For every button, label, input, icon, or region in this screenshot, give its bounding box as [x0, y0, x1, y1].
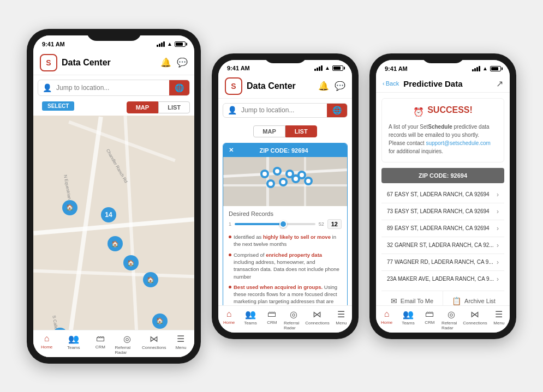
- slider-thumb[interactable]: [279, 220, 287, 228]
- records-section: Desired Records 1 52 12: [223, 206, 347, 233]
- chevron-right-icon: ›: [497, 191, 499, 198]
- mini-pin: [279, 178, 288, 186]
- map-1[interactable]: N Equestrian Dr Chandler Ranch Rd S Call…: [33, 116, 194, 357]
- globe-btn-1[interactable]: 🌐: [169, 80, 189, 95]
- nav-teams-3[interactable]: 👥 Teams: [397, 306, 419, 333]
- nav-home-2[interactable]: ⌂ Home: [218, 306, 240, 333]
- nav-label: Referral Radar: [284, 321, 303, 330]
- connections-icon-2: ⋈: [313, 309, 321, 319]
- address-text: 73 EASY ST, LADERA RANCH, CA 92694: [387, 208, 490, 214]
- search-icon-2: 👤: [223, 103, 241, 118]
- address-item[interactable]: 23A MAKER AVE, LADERA RANCH, CA 9... ›: [381, 271, 504, 287]
- globe-btn-2[interactable]: 🌐: [327, 103, 347, 118]
- select-button[interactable]: SELECT: [42, 101, 74, 111]
- nav-teams-1[interactable]: 👥 Teams: [60, 330, 87, 357]
- map-pin[interactable]: 🏠: [123, 255, 139, 270]
- app-header-2: S Data Center 🔔 💬: [218, 74, 352, 99]
- header-icons-1: 🔔 💬: [160, 57, 188, 68]
- chevron-right-icon: ›: [497, 275, 499, 283]
- message-icon-2[interactable]: 💬: [335, 81, 345, 91]
- signal-icon-2: [314, 65, 323, 71]
- logo-1: S: [40, 54, 57, 71]
- road: [68, 120, 175, 162]
- nav-radar-1[interactable]: ◎ Referral Radar: [114, 330, 141, 357]
- chevron-right-icon: ›: [497, 258, 499, 266]
- svg-point-3: [294, 177, 298, 181]
- slider-max: 52: [319, 221, 324, 227]
- svg-point-7: [306, 179, 311, 183]
- svg-point-5: [300, 173, 304, 177]
- address-text: 23A MAKER AVE, LADERA RANCH, CA 9...: [387, 276, 494, 282]
- battery-icon-3: [490, 66, 501, 71]
- nav-radar-3[interactable]: ◎ Referral Radar: [440, 306, 462, 333]
- success-icon: ⏰: [413, 107, 424, 117]
- nav-radar-2[interactable]: ◎ Referral Radar: [283, 306, 304, 333]
- archive-btn-label: Archive List: [464, 298, 496, 304]
- nav-connections-1[interactable]: ⋈ Connections: [141, 330, 168, 357]
- nav-label: Teams: [67, 345, 80, 350]
- nav-menu-1[interactable]: ☰ Menu: [168, 330, 194, 357]
- list-btn-1[interactable]: LIST: [158, 101, 190, 113]
- svg-point-2: [288, 172, 292, 176]
- nav-crm-1[interactable]: 🗃 CRM: [87, 330, 114, 357]
- bell-icon[interactable]: 🔔: [160, 57, 171, 68]
- success-text: A list of your SetSchedule predictive da…: [389, 123, 497, 155]
- search-icon-1: 👤: [38, 80, 56, 95]
- map-list-toggle-2: MAP LIST: [223, 125, 348, 137]
- chevron-right-icon: ›: [497, 208, 499, 215]
- mini-pin: [260, 170, 269, 178]
- map-pin[interactable]: 🏠: [108, 236, 123, 251]
- nav-crm-2[interactable]: 🗃 CRM: [261, 306, 283, 333]
- bullet-dot: [229, 236, 231, 238]
- brand-name: Schedule: [428, 124, 452, 130]
- bullet-dot: [229, 286, 231, 288]
- nav-crm-3[interactable]: 🗃 CRM: [419, 306, 440, 333]
- address-item[interactable]: 89 EASY ST, LADERA RANCH, CA 92694 ›: [381, 220, 504, 237]
- nav-home-3[interactable]: ⌂ Home: [376, 306, 397, 333]
- mini-pin: [273, 167, 282, 176]
- nav-label: CRM: [267, 320, 277, 325]
- search-input-2[interactable]: [241, 103, 327, 117]
- nav-label: Home: [41, 345, 52, 349]
- map-btn-2[interactable]: MAP: [253, 125, 285, 137]
- nav-home-1[interactable]: ⌂ Home: [33, 330, 60, 357]
- support-email[interactable]: support@setschedule.com: [426, 140, 491, 146]
- home-icon-3: ⌂: [384, 309, 390, 319]
- success-title: SUCCESS!: [427, 105, 473, 115]
- page-title-3: Predictive Data: [403, 79, 494, 88]
- address-item[interactable]: 77 WAGNER RD, LADERA RANCH, CA 9... ›: [381, 254, 504, 271]
- back-button[interactable]: ‹ Back: [383, 80, 399, 87]
- svg-point-4: [281, 180, 285, 184]
- nav-menu-3[interactable]: ☰ Menu: [488, 306, 510, 333]
- nav-menu-2[interactable]: ☰ Menu: [331, 306, 352, 333]
- nav-teams-2[interactable]: 👥 Teams: [240, 306, 261, 333]
- nav-connections-2[interactable]: ⋈ Connections: [304, 306, 330, 333]
- map-pin-numbered[interactable]: 14: [101, 207, 116, 222]
- wifi-icon-2: ▲: [325, 65, 330, 71]
- map-list-toggle-1: MAP LIST: [127, 101, 190, 113]
- bell-icon-2[interactable]: 🔔: [318, 81, 329, 91]
- road: [65, 116, 103, 356]
- slider-fill: [235, 223, 283, 225]
- nav-label: CRM: [425, 320, 434, 325]
- message-icon[interactable]: 💬: [177, 57, 188, 68]
- phone-1: 9:41 AM ▲ S Data Center: [27, 29, 201, 364]
- map-btn-1[interactable]: MAP: [127, 101, 158, 113]
- map-pin[interactable]: 🏠: [62, 200, 77, 215]
- map-pin[interactable]: 🏠: [152, 313, 168, 329]
- address-item[interactable]: 32 GARNER ST, LADERA RANCH, CA 92... ›: [381, 237, 504, 254]
- phone-3: 9:41 AM ▲ ‹ Back: [369, 53, 516, 339]
- popup-map: [223, 157, 347, 206]
- popup-card: ✕ ZIP CODE: 92694: [223, 143, 348, 330]
- list-btn-2[interactable]: LIST: [285, 125, 317, 137]
- address-item[interactable]: 73 EASY ST, LADERA RANCH, CA 92694 ›: [381, 203, 504, 220]
- nav-label: Home: [223, 320, 235, 325]
- search-input-1[interactable]: [56, 81, 169, 95]
- address-item[interactable]: 67 EASY ST, LADERA RANCH, CA 92694 ›: [381, 186, 504, 203]
- popup-close[interactable]: ✕: [229, 147, 234, 154]
- map-pin[interactable]: 🏠: [143, 272, 158, 287]
- slider-track[interactable]: [235, 223, 315, 225]
- share-icon[interactable]: ↗: [496, 79, 503, 89]
- nav-connections-3[interactable]: ⋈ Connections: [462, 306, 488, 333]
- bottom-nav-1: ⌂ Home 👥 Teams 🗃 CRM ◎ Referral Radar: [33, 330, 194, 357]
